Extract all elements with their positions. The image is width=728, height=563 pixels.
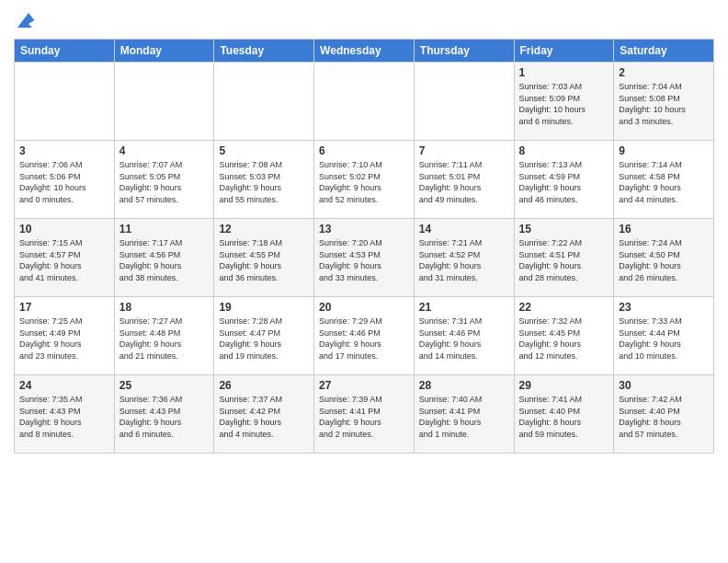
day-number: 25: [119, 379, 210, 392]
calendar-cell: 11Sunrise: 7:17 AM Sunset: 4:56 PM Dayli…: [114, 219, 214, 297]
calendar-cell: 5Sunrise: 7:08 AM Sunset: 5:03 PM Daylig…: [214, 141, 314, 219]
calendar-table: SundayMondayTuesdayWednesdayThursdayFrid…: [14, 39, 714, 454]
day-number: 21: [419, 301, 509, 314]
day-info: Sunrise: 7:27 AM Sunset: 4:48 PM Dayligh…: [119, 316, 210, 362]
day-number: 24: [19, 379, 109, 392]
calendar-week-1: 1Sunrise: 7:03 AM Sunset: 5:09 PM Daylig…: [15, 63, 714, 141]
day-info: Sunrise: 7:37 AM Sunset: 4:42 PM Dayligh…: [219, 394, 309, 440]
day-number: 4: [119, 144, 210, 157]
calendar-cell: 2Sunrise: 7:04 AM Sunset: 5:08 PM Daylig…: [614, 63, 714, 141]
calendar-cell: [15, 63, 115, 141]
day-info: Sunrise: 7:29 AM Sunset: 4:46 PM Dayligh…: [319, 316, 409, 362]
calendar-cell: 26Sunrise: 7:37 AM Sunset: 4:42 PM Dayli…: [214, 375, 314, 454]
day-info: Sunrise: 7:20 AM Sunset: 4:53 PM Dayligh…: [319, 237, 409, 283]
calendar-cell: 22Sunrise: 7:32 AM Sunset: 4:45 PM Dayli…: [514, 297, 614, 375]
calendar-cell: 14Sunrise: 7:21 AM Sunset: 4:52 PM Dayli…: [414, 219, 514, 297]
calendar-week-2: 3Sunrise: 7:06 AM Sunset: 5:06 PM Daylig…: [15, 141, 714, 219]
calendar-cell: [414, 63, 514, 141]
day-info: Sunrise: 7:32 AM Sunset: 4:45 PM Dayligh…: [519, 316, 609, 362]
calendar-week-4: 17Sunrise: 7:25 AM Sunset: 4:49 PM Dayli…: [15, 297, 714, 375]
day-number: 29: [519, 379, 609, 392]
day-info: Sunrise: 7:14 AM Sunset: 4:58 PM Dayligh…: [619, 159, 709, 205]
calendar-cell: 4Sunrise: 7:07 AM Sunset: 5:05 PM Daylig…: [114, 141, 214, 219]
page-header: [14, 9, 714, 31]
day-number: 28: [419, 379, 509, 392]
day-number: 14: [419, 223, 509, 236]
day-number: 3: [19, 144, 109, 157]
day-number: 20: [319, 301, 409, 314]
day-info: Sunrise: 7:03 AM Sunset: 5:09 PM Dayligh…: [519, 81, 609, 127]
calendar-week-5: 24Sunrise: 7:35 AM Sunset: 4:43 PM Dayli…: [15, 375, 714, 454]
day-number: 1: [519, 66, 609, 79]
day-info: Sunrise: 7:11 AM Sunset: 5:01 PM Dayligh…: [419, 159, 509, 205]
calendar-cell: 12Sunrise: 7:18 AM Sunset: 4:55 PM Dayli…: [214, 219, 314, 297]
calendar-cell: 15Sunrise: 7:22 AM Sunset: 4:51 PM Dayli…: [514, 219, 614, 297]
header-monday: Monday: [114, 40, 214, 63]
logo-icon: [14, 9, 36, 31]
day-info: Sunrise: 7:42 AM Sunset: 4:40 PM Dayligh…: [619, 394, 709, 440]
calendar-cell: 9Sunrise: 7:14 AM Sunset: 4:58 PM Daylig…: [614, 141, 714, 219]
day-info: Sunrise: 7:04 AM Sunset: 5:08 PM Dayligh…: [619, 81, 709, 127]
calendar-cell: 13Sunrise: 7:20 AM Sunset: 4:53 PM Dayli…: [314, 219, 415, 297]
header-tuesday: Tuesday: [214, 40, 314, 63]
day-info: Sunrise: 7:31 AM Sunset: 4:46 PM Dayligh…: [419, 316, 509, 362]
day-info: Sunrise: 7:25 AM Sunset: 4:49 PM Dayligh…: [19, 316, 109, 362]
calendar-cell: 19Sunrise: 7:28 AM Sunset: 4:47 PM Dayli…: [214, 297, 314, 375]
calendar-cell: 23Sunrise: 7:33 AM Sunset: 4:44 PM Dayli…: [614, 297, 714, 375]
day-number: 18: [119, 301, 210, 314]
day-number: 19: [219, 301, 309, 314]
day-number: 12: [219, 223, 309, 236]
header-friday: Friday: [514, 40, 614, 63]
calendar-cell: 1Sunrise: 7:03 AM Sunset: 5:09 PM Daylig…: [514, 63, 614, 141]
day-number: 7: [419, 144, 509, 157]
calendar-cell: 25Sunrise: 7:36 AM Sunset: 4:43 PM Dayli…: [114, 375, 214, 454]
day-info: Sunrise: 7:21 AM Sunset: 4:52 PM Dayligh…: [419, 237, 509, 283]
day-info: Sunrise: 7:08 AM Sunset: 5:03 PM Dayligh…: [219, 159, 309, 205]
calendar-cell: 8Sunrise: 7:13 AM Sunset: 4:59 PM Daylig…: [514, 141, 614, 219]
day-info: Sunrise: 7:18 AM Sunset: 4:55 PM Dayligh…: [219, 237, 309, 283]
day-number: 10: [19, 223, 109, 236]
day-number: 22: [519, 301, 609, 314]
calendar-cell: 3Sunrise: 7:06 AM Sunset: 5:06 PM Daylig…: [15, 141, 115, 219]
day-info: Sunrise: 7:07 AM Sunset: 5:05 PM Dayligh…: [119, 159, 210, 205]
calendar-cell: [214, 63, 314, 141]
header-wednesday: Wednesday: [314, 40, 415, 63]
day-number: 26: [219, 379, 309, 392]
day-info: Sunrise: 7:24 AM Sunset: 4:50 PM Dayligh…: [619, 237, 709, 283]
day-number: 2: [619, 66, 709, 79]
calendar-cell: 29Sunrise: 7:41 AM Sunset: 4:40 PM Dayli…: [514, 375, 614, 454]
day-number: 5: [219, 144, 309, 157]
header-thursday: Thursday: [414, 40, 514, 63]
calendar-cell: 7Sunrise: 7:11 AM Sunset: 5:01 PM Daylig…: [414, 141, 514, 219]
day-info: Sunrise: 7:40 AM Sunset: 4:41 PM Dayligh…: [419, 394, 509, 440]
calendar-cell: 18Sunrise: 7:27 AM Sunset: 4:48 PM Dayli…: [114, 297, 214, 375]
day-number: 17: [19, 301, 109, 314]
day-number: 30: [619, 379, 709, 392]
day-info: Sunrise: 7:06 AM Sunset: 5:06 PM Dayligh…: [19, 159, 109, 205]
calendar-cell: [114, 63, 214, 141]
day-info: Sunrise: 7:15 AM Sunset: 4:57 PM Dayligh…: [19, 237, 109, 283]
header-sunday: Sunday: [15, 40, 115, 63]
day-number: 16: [619, 223, 709, 236]
day-info: Sunrise: 7:28 AM Sunset: 4:47 PM Dayligh…: [219, 316, 309, 362]
day-number: 27: [319, 379, 409, 392]
day-number: 6: [319, 144, 409, 157]
day-info: Sunrise: 7:13 AM Sunset: 4:59 PM Dayligh…: [519, 159, 609, 205]
calendar-cell: 21Sunrise: 7:31 AM Sunset: 4:46 PM Dayli…: [414, 297, 514, 375]
day-info: Sunrise: 7:10 AM Sunset: 5:02 PM Dayligh…: [319, 159, 409, 205]
day-number: 23: [619, 301, 709, 314]
calendar-cell: [314, 63, 415, 141]
calendar-header-row: SundayMondayTuesdayWednesdayThursdayFrid…: [15, 40, 714, 63]
day-info: Sunrise: 7:22 AM Sunset: 4:51 PM Dayligh…: [519, 237, 609, 283]
calendar-cell: 20Sunrise: 7:29 AM Sunset: 4:46 PM Dayli…: [314, 297, 415, 375]
day-info: Sunrise: 7:39 AM Sunset: 4:41 PM Dayligh…: [319, 394, 409, 440]
day-number: 11: [119, 223, 210, 236]
calendar-week-3: 10Sunrise: 7:15 AM Sunset: 4:57 PM Dayli…: [15, 219, 714, 297]
logo: [14, 9, 38, 31]
day-info: Sunrise: 7:35 AM Sunset: 4:43 PM Dayligh…: [19, 394, 109, 440]
calendar-cell: 28Sunrise: 7:40 AM Sunset: 4:41 PM Dayli…: [414, 375, 514, 454]
calendar-cell: 27Sunrise: 7:39 AM Sunset: 4:41 PM Dayli…: [314, 375, 415, 454]
calendar-cell: 16Sunrise: 7:24 AM Sunset: 4:50 PM Dayli…: [614, 219, 714, 297]
calendar-cell: 30Sunrise: 7:42 AM Sunset: 4:40 PM Dayli…: [614, 375, 714, 454]
calendar-cell: 24Sunrise: 7:35 AM Sunset: 4:43 PM Dayli…: [15, 375, 115, 454]
